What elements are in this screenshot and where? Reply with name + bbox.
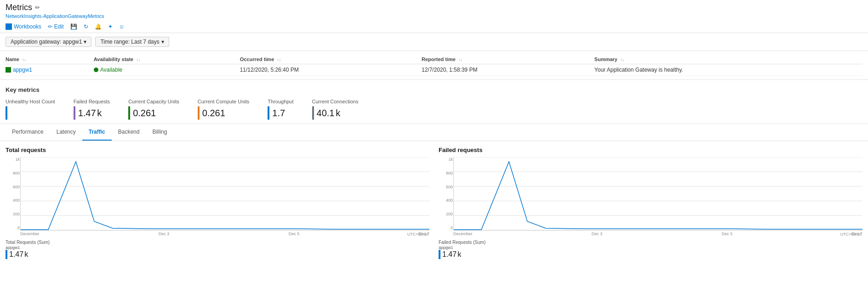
metric-bar bbox=[198, 106, 200, 120]
cell-name[interactable]: appgw1 bbox=[6, 64, 94, 76]
chevron-down-icon: ▾ bbox=[161, 39, 164, 45]
metric-item: Throughput 1.7 bbox=[268, 99, 293, 120]
failed-requests-legend: Failed Requests (Sum) appgw1 1.47 k bbox=[439, 240, 862, 259]
share-button[interactable]: ✦ bbox=[108, 23, 113, 30]
toolbar: Workbooks ✏ Edit 💾 ↻ 🔔 ✦ ☺ bbox=[6, 21, 862, 33]
bell-icon: 🔔 bbox=[95, 23, 102, 30]
timerange-filter[interactable]: Time range: Last 7 days ▾ bbox=[95, 37, 169, 47]
edit-button[interactable]: ✏ Edit bbox=[48, 23, 64, 30]
metric-value-row: 0.261 bbox=[198, 106, 250, 120]
legend-bar-total bbox=[6, 250, 7, 259]
health-table-section: Name ↑↓ Availability state ↑↓ Occurred t… bbox=[0, 51, 868, 80]
cell-reported: 12/7/2020, 1:58:39 PM bbox=[422, 64, 594, 76]
status-dot bbox=[94, 68, 98, 72]
metric-item: Current Capacity Units 0.261 bbox=[128, 99, 179, 120]
failed-requests-chart: Failed requests 1k8006004002000 UTC+05:3… bbox=[439, 147, 862, 259]
tabs-section: PerformanceLatencyTrafficBackendBilling bbox=[0, 124, 868, 141]
breadcrumb[interactable]: NetworkInsights-ApplicationGatewayMetric… bbox=[6, 13, 862, 19]
metric-value-row: 0.261 bbox=[128, 106, 179, 120]
metric-bar bbox=[6, 106, 7, 120]
gateway-filter[interactable]: Application gateway: appgw1 ▾ bbox=[6, 37, 91, 47]
health-table: Name ↑↓ Availability state ↑↓ Occurred t… bbox=[6, 55, 862, 76]
col-name[interactable]: Name ↑↓ bbox=[6, 55, 94, 64]
total-requests-svg bbox=[21, 157, 429, 230]
metric-label: Current Compute Units bbox=[198, 99, 250, 104]
sort-icon: ↑↓ bbox=[136, 57, 140, 62]
x-axis-total: DecemberDec 3Dec 5Dec 7 bbox=[20, 231, 429, 236]
y-axis-total: 1k8006004002000 bbox=[8, 157, 20, 230]
cell-occurred: 11/12/2020, 5:26:40 PM bbox=[240, 64, 422, 76]
tab-backend[interactable]: Backend bbox=[112, 124, 146, 141]
resource-icon bbox=[6, 67, 11, 73]
refresh-button[interactable]: ↻ bbox=[84, 23, 88, 30]
total-requests-title: Total requests bbox=[6, 147, 429, 153]
feedback-icon: ☺ bbox=[119, 23, 125, 30]
legend-label-failed: Failed Requests (Sum) appgw1 bbox=[439, 240, 862, 250]
feedback-button[interactable]: ☺ bbox=[119, 23, 125, 30]
metric-value: 1.47 k bbox=[78, 108, 102, 119]
x-axis-failed: DecemberDec 3Dec 5Dec 7 bbox=[453, 231, 862, 236]
metrics-row: Unhealthy Host Count Failed Requests 1.4… bbox=[6, 99, 862, 120]
metric-label: Unhealthy Host Count bbox=[6, 99, 55, 104]
workbooks-button[interactable]: Workbooks bbox=[6, 23, 41, 30]
tab-latency[interactable]: Latency bbox=[50, 124, 82, 141]
failed-requests-svg bbox=[454, 157, 862, 230]
metric-value: 0.261 bbox=[133, 108, 156, 119]
metric-label: Current Connections bbox=[312, 99, 359, 104]
metric-label: Failed Requests bbox=[74, 99, 110, 104]
cell-summary: Your Application Gateway is healthy. bbox=[594, 64, 862, 76]
legend-label-total: Total Requests (Sum) appgw1 bbox=[6, 240, 429, 250]
metric-item: Failed Requests 1.47 k bbox=[74, 99, 110, 120]
legend-value-failed: 1.47 k bbox=[439, 250, 862, 259]
sort-icon: ↑↓ bbox=[277, 57, 281, 62]
tab-traffic[interactable]: Traffic bbox=[82, 124, 112, 141]
legend-bar-failed bbox=[439, 250, 440, 259]
col-availability[interactable]: Availability state ↑↓ bbox=[94, 55, 240, 64]
sort-icon: ↑↓ bbox=[620, 57, 624, 62]
col-occurred[interactable]: Occurred time ↑↓ bbox=[240, 55, 422, 64]
y-axis-failed: 1k8006004002000 bbox=[441, 157, 453, 230]
sort-icon: ↑↓ bbox=[458, 57, 463, 62]
metric-value-row: 1.47 k bbox=[74, 106, 110, 120]
save-button[interactable]: 💾 bbox=[70, 23, 77, 30]
legend-value-total: 1.47 k bbox=[6, 250, 429, 259]
key-metrics-title: Key metrics bbox=[6, 86, 862, 93]
metric-bar bbox=[312, 106, 314, 120]
save-icon: 💾 bbox=[70, 23, 77, 30]
metric-value: 0.261 bbox=[202, 108, 225, 119]
metric-item: Current Connections 40.1 k bbox=[312, 99, 359, 120]
metric-bar bbox=[74, 106, 75, 120]
failed-requests-area: 1k8006004002000 UTC+05:30 bbox=[453, 157, 862, 231]
utc-label-failed: UTC+05:30 bbox=[840, 232, 862, 237]
key-metrics-section: Key metrics Unhealthy Host Count Failed … bbox=[0, 80, 868, 124]
metric-value-row: 1.7 bbox=[268, 106, 293, 120]
page-title: Metrics bbox=[6, 3, 32, 12]
metric-value: 1.7 bbox=[272, 108, 285, 119]
metric-label: Current Capacity Units bbox=[128, 99, 179, 104]
utc-label-total: UTC+05:30 bbox=[407, 232, 428, 237]
total-requests-legend: Total Requests (Sum) appgw1 1.47 k bbox=[6, 240, 429, 259]
workbooks-icon bbox=[6, 23, 12, 30]
cell-availability: Available bbox=[94, 64, 240, 76]
metric-bar bbox=[268, 106, 269, 120]
charts-section: Total requests 1k8006004002000 UTC+ bbox=[0, 141, 868, 265]
metric-value-row: 40.1 k bbox=[312, 106, 359, 120]
metric-item: Unhealthy Host Count bbox=[6, 99, 55, 120]
total-requests-chart: Total requests 1k8006004002000 UTC+ bbox=[6, 147, 429, 259]
tab-performance[interactable]: Performance bbox=[6, 124, 50, 141]
chevron-down-icon: ▾ bbox=[84, 39, 86, 45]
edit-icon: ✏ bbox=[48, 23, 52, 30]
metric-item: Current Compute Units 0.261 bbox=[198, 99, 250, 120]
edit-title-icon[interactable]: ✏ bbox=[35, 4, 40, 11]
metric-value-row bbox=[6, 106, 55, 120]
metric-bar bbox=[128, 106, 130, 120]
metric-label: Throughput bbox=[268, 99, 293, 104]
alerts-button[interactable]: 🔔 bbox=[95, 23, 102, 30]
total-requests-area: 1k8006004002000 UTC+05:30 bbox=[20, 157, 429, 231]
metric-value: 40.1 k bbox=[317, 108, 341, 119]
tab-billing[interactable]: Billing bbox=[146, 124, 173, 141]
col-summary[interactable]: Summary ↑↓ bbox=[594, 55, 862, 64]
refresh-icon: ↻ bbox=[84, 23, 88, 30]
col-reported[interactable]: Reported time ↑↓ bbox=[422, 55, 594, 64]
table-row: appgw1 Available 11/12/2020, 5:26:40 PM … bbox=[6, 64, 862, 76]
